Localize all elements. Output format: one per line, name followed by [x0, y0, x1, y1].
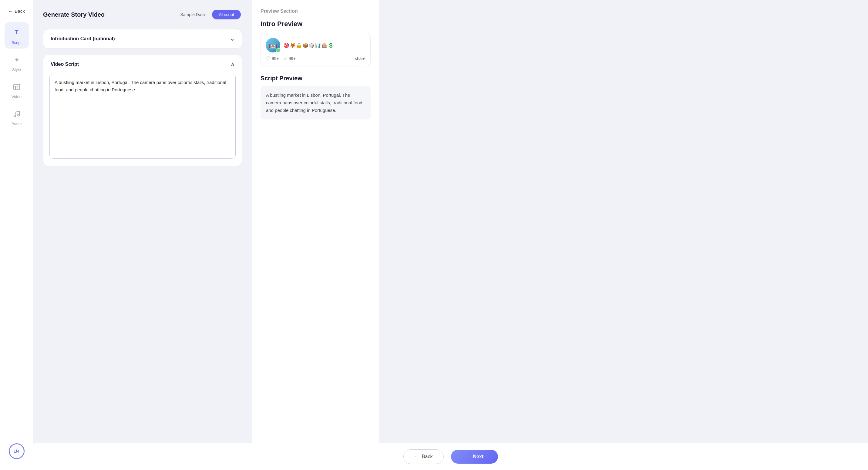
- heart-icon: ♡: [266, 56, 270, 61]
- sidebar-item-script[interactable]: T Script: [5, 22, 29, 49]
- back-arrow-icon: ←: [414, 454, 420, 460]
- script-label: Script: [11, 40, 22, 45]
- sidebar-item-audio[interactable]: Audio: [5, 105, 29, 129]
- introduction-card-accordion: Introduction Card (optional) ⌄: [43, 29, 242, 49]
- chevron-up-icon: ∧: [230, 61, 235, 68]
- toggle-group: Sample Data AI script: [172, 8, 242, 21]
- script-textarea[interactable]: A bustling market in Lisbon, Portugal. T…: [50, 74, 236, 159]
- share-icon: ↑: [351, 56, 353, 61]
- bottom-back-button[interactable]: ← Back: [403, 449, 444, 464]
- next-button[interactable]: → Next: [451, 450, 498, 464]
- audio-label: Audio: [11, 121, 22, 126]
- intro-preview-card: 🤖 ✓ 🎯🦊🔒📦🎲📊🎰💲 ♡ 99+ ○ 99+: [260, 33, 371, 66]
- video-script-label: Video Script: [51, 62, 79, 67]
- right-panel: Preview Section Intro Preview 🤖 ✓ 🎯🦊🔒📦🎲📊…: [252, 0, 379, 443]
- script-preview-title: Script Preview: [260, 75, 371, 82]
- likes-count: 99+: [272, 56, 279, 61]
- progress-badge: 1/4: [9, 443, 25, 459]
- video-script-accordion: Video Script ∧ A bustling market in Lisb…: [43, 55, 242, 166]
- video-label: Video: [11, 94, 22, 99]
- next-arrow-icon: →: [466, 454, 470, 460]
- next-button-label: Next: [473, 454, 484, 460]
- bottom-bar: ← Back → Next: [33, 443, 868, 470]
- share-button[interactable]: ↑ share: [351, 56, 366, 61]
- main-area: Generate Story Video Sample Data AI scri…: [33, 0, 868, 470]
- page-title: Generate Story Video: [43, 11, 105, 18]
- audio-icon: [11, 108, 22, 120]
- svg-rect-0: [14, 84, 20, 90]
- svg-point-6: [18, 114, 20, 116]
- verified-icon: ✓: [276, 48, 280, 53]
- panel-header: Generate Story Video Sample Data AI scri…: [43, 8, 242, 21]
- video-script-header[interactable]: Video Script ∧: [43, 55, 242, 74]
- ai-script-button[interactable]: AI script: [212, 10, 241, 20]
- back-sidebar-button[interactable]: ← Back: [0, 6, 33, 16]
- back-arrow-icon: ←: [8, 8, 13, 13]
- sidebar-item-video[interactable]: Video: [5, 78, 29, 102]
- preview-user-row: 🤖 ✓ 🎯🦊🔒📦🎲📊🎰💲: [266, 38, 366, 53]
- intro-preview-title: Intro Preview: [260, 20, 371, 28]
- svg-point-5: [14, 115, 16, 117]
- content-area: Generate Story Video Sample Data AI scri…: [33, 0, 868, 443]
- video-icon: [11, 82, 22, 92]
- progress-text: 1/4: [14, 449, 20, 453]
- preview-section-label: Preview Section: [260, 8, 371, 14]
- preview-stats: ♡ 99+ ○ 99+ ↑ share: [266, 56, 366, 61]
- script-icon: T: [10, 26, 23, 38]
- introduction-card-header[interactable]: Introduction Card (optional) ⌄: [43, 29, 242, 48]
- chevron-down-icon: ⌄: [230, 35, 235, 42]
- video-script-body: A bustling market in Lisbon, Portugal. T…: [43, 74, 242, 166]
- back-button-label: Back: [422, 454, 433, 460]
- back-sidebar-label: Back: [14, 8, 25, 13]
- introduction-card-label: Introduction Card (optional): [51, 36, 115, 41]
- sidebar: ← Back T Script ✦ Style Video: [0, 0, 33, 470]
- likes-stat: ♡ 99+: [266, 56, 279, 61]
- avatar: 🤖 ✓: [266, 38, 280, 53]
- share-label: share: [355, 56, 366, 61]
- comment-icon: ○: [284, 56, 287, 61]
- center-panel: Generate Story Video Sample Data AI scri…: [33, 0, 252, 443]
- emoji-row: 🎯🦊🔒📦🎲📊🎰💲: [283, 42, 334, 48]
- script-preview-text: A bustling market in Lisbon, Portugal. T…: [260, 86, 371, 120]
- sample-data-button[interactable]: Sample Data: [174, 10, 211, 20]
- sidebar-item-style[interactable]: ✦ Style: [5, 51, 29, 75]
- comments-count: 99+: [288, 56, 296, 61]
- style-label: Style: [12, 67, 21, 72]
- comments-stat: ○ 99+: [284, 56, 296, 61]
- style-icon: ✦: [11, 55, 22, 65]
